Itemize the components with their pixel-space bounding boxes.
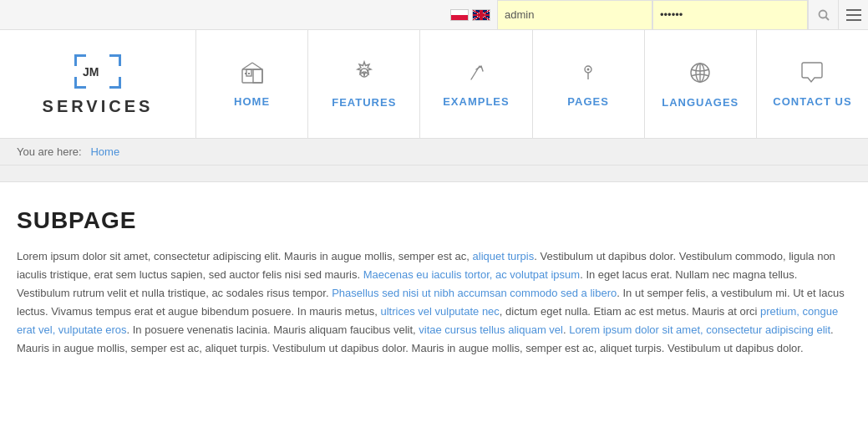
flag-group [444, 9, 497, 21]
svg-line-18 [252, 63, 262, 69]
svg-rect-16 [253, 69, 262, 83]
page-title: SUBPAGE [17, 207, 851, 234]
nav-item-features[interactable]: FEATURES [308, 30, 420, 138]
page-body: Lorem ipsum dolor sit amet, consectetur … [17, 247, 851, 359]
svg-rect-8 [119, 54, 121, 66]
nav-label-examples: EXAMPLES [443, 95, 510, 108]
nav-label-features: FEATURES [332, 96, 396, 109]
nav-item-contact[interactable]: CONTACT US [757, 30, 868, 138]
username-input[interactable]: admin [497, 0, 652, 30]
content-separator [0, 165, 868, 182]
flag-poland[interactable] [450, 9, 469, 21]
svg-rect-20 [248, 73, 250, 74]
body-link-2[interactable]: Maecenas eu iaculis tortor, ac volutpat … [363, 268, 580, 281]
body-link-7[interactable]: Lorem ipsum dolor sit amet, consectetur … [569, 323, 830, 336]
body-link-1[interactable]: aliquet turpis [473, 250, 535, 262]
contact-icon [799, 61, 825, 89]
main-content: SUBPAGE Lorem ipsum dolor sit amet, cons… [0, 182, 868, 384]
nav-label-pages: PAGES [567, 95, 609, 108]
logo-area: JM SERVICES [0, 30, 196, 138]
breadcrumb-prefix: You are here: [17, 145, 82, 158]
nav-item-languages[interactable]: LANGUAGES [645, 30, 757, 138]
flag-england[interactable] [472, 9, 490, 21]
hamburger-menu-icon[interactable] [838, 0, 868, 30]
svg-text:JM: JM [83, 65, 99, 79]
svg-rect-12 [119, 77, 121, 89]
home-icon [240, 61, 265, 89]
svg-rect-10 [74, 77, 77, 89]
breadcrumb-home[interactable]: Home [90, 145, 119, 158]
top-bar: admin [0, 0, 868, 30]
nav-item-examples[interactable]: EXAMPLES [420, 30, 532, 138]
search-icon[interactable] [808, 0, 838, 30]
nav-items: HOME FEATURES EXAMPLES [196, 30, 868, 138]
nav-item-pages[interactable]: PAGES [533, 30, 645, 138]
nav-label-home: HOME [234, 95, 270, 108]
logo-text: SERVICES [43, 97, 154, 116]
body-link-3[interactable]: Phasellus sed nisi ut nibh accumsan comm… [332, 287, 617, 299]
body-link-4[interactable]: ultrices vel vulputate nec [381, 305, 500, 318]
languages-icon [688, 60, 713, 89]
nav-bar: JM SERVICES HOME [0, 30, 868, 139]
pages-icon [576, 61, 600, 89]
svg-rect-19 [245, 73, 246, 74]
password-input[interactable] [652, 0, 808, 30]
nav-label-contact: CONTACT US [773, 95, 851, 108]
svg-line-1 [825, 17, 829, 20]
svg-rect-6 [74, 54, 77, 66]
logo-icon: JM [73, 53, 123, 90]
body-link-6[interactable]: vitae cursus tellus aliquam vel [419, 323, 563, 336]
svg-line-17 [242, 63, 252, 69]
nav-label-languages: LANGUAGES [662, 96, 739, 109]
nav-item-home[interactable]: HOME [196, 30, 308, 138]
features-icon [352, 60, 377, 89]
svg-point-0 [819, 10, 826, 18]
breadcrumb-bar: You are here: Home [0, 139, 868, 165]
svg-point-24 [587, 68, 590, 70]
svg-rect-14 [242, 69, 262, 83]
examples-icon [464, 61, 488, 89]
